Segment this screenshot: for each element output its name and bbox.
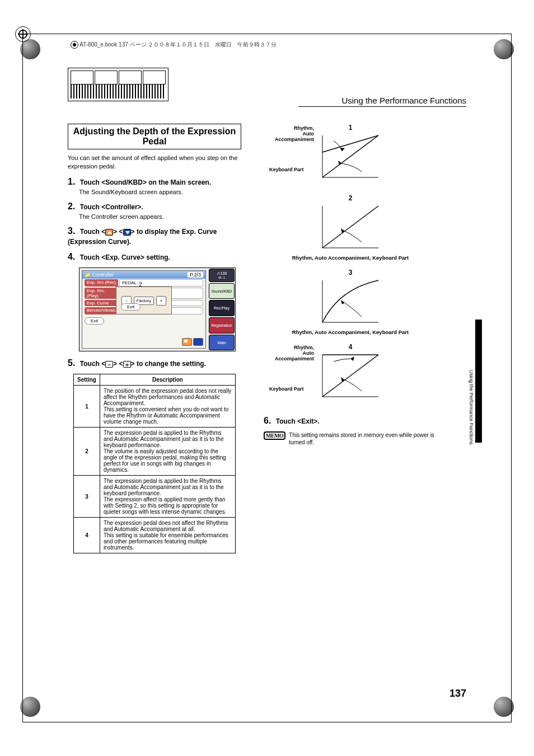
ss-popup-value: 2 [139,281,142,288]
svg-marker-9 [341,228,345,233]
page-frame: AT-800_e.book 137 ページ ２００８年１０月１５日 水曜日 午前… [22,34,512,722]
settings-table: SettingDescription 1The position of the … [73,374,236,553]
curve-1-top-label: Rhythm, Auto Accompaniment [264,126,314,143]
minus-icon: － [105,361,113,368]
ss-row-3[interactable]: Bender/Vibrato [85,307,118,314]
curve-2-caption: Rhythm, Auto Accompaniment, Keyboard Par… [264,255,437,261]
controller-screenshot: ♩=130M: 1 Sound/KBD Rec/Play Registratio… [79,267,236,351]
step-5-post: > to change the setting. [131,360,206,368]
step-6-num: 6. [264,416,271,426]
ss-row-1[interactable]: Exp. Src.(Play) [85,288,118,299]
ss-btn-main[interactable]: Main [209,335,235,351]
step-6: 6. Touch <Exit>. [264,416,437,426]
step-5-pre: Touch < [80,360,105,368]
curve-1-graph [317,133,384,183]
step-2: 2. Touch <Controller>. The Controller sc… [68,201,241,220]
step-5-num: 5. [68,358,75,368]
intro-text: You can set the amount of effect applied… [68,154,241,171]
step-1-title: Touch <Sound/KBD> on the Main screen. [80,179,211,186]
curve-4-graph [317,352,384,402]
ss-exit-outer[interactable]: Exit [85,317,104,325]
table-row: 2The expression pedal is applied to the … [74,428,236,476]
step-2-sub: The Controller screen appears. [79,213,241,220]
curve-2-num: 2 [264,194,437,202]
step-3-num: 3. [68,226,75,236]
curve-2-graph [317,203,384,253]
ss-btn-soundkbd[interactable]: Sound/KBD [209,283,235,299]
ss-popup-exit[interactable]: Exit [121,303,140,311]
step-3-pre: Touch < [80,228,105,236]
curve-1: 1 Rhythm, Auto Accompaniment Keyboard Pa… [264,124,437,183]
step-6-title: Touch <Exit>. [276,417,320,425]
step-5: 5. Touch <－> <＋> to change the setting. [68,358,241,368]
ss-down-icon[interactable] [193,338,203,346]
curve-1-bottom-label: Keyboard Part [269,167,314,173]
curve-2: 2 Rhythm, Auto Accompaniment, Keyboard P… [264,194,437,261]
ss-title: Controller [92,272,114,278]
plus-icon: ＋ [123,361,131,368]
step-2-title: Touch <Controller>. [80,203,143,211]
curve-4-bottom-label: Keyboard Part [269,387,314,392]
table-row: 4The expression pedal does not affect th… [74,518,236,553]
ss-tempo: ♩=130 [217,271,227,276]
table-row: 1The position of the expression pedal do… [74,386,236,428]
svg-marker-17 [350,356,354,361]
product-thumbnail [68,68,168,101]
svg-marker-16 [341,377,345,382]
memo-text: This setting remains stored in memory ev… [289,431,437,446]
step-4-num: 4. [68,252,75,262]
step-4-title: Touch <Exp. Curve> setting. [80,253,170,261]
ss-val-0: PEDAL [119,279,203,287]
curve-4-top-label: Rhythm, Auto Accompaniment [264,345,314,362]
ss-popup: 2 － Factory ＋ Exit [116,287,172,314]
step-1-sub: The Sound/Keyboard screen appears. [79,188,241,196]
down-arrow-icon [123,229,131,236]
svg-marker-12 [341,300,345,304]
ss-page: P.2/3 [188,272,203,278]
memo-icon: MEMO [264,431,285,440]
curve-4: 4 Rhythm, Auto Accompaniment Keyboard Pa… [264,343,437,402]
ss-btn-registration[interactable]: Registration [209,317,235,334]
section-heading: Adjusting the Depth of the Expression Pe… [68,124,241,149]
step-3-mid: > < [113,228,123,236]
step-5-mid: > < [113,360,123,368]
running-header: Using the Performance Functions [298,96,466,107]
step-1: 1. Touch <Sound/KBD> on the Main screen.… [68,177,241,196]
curve-3-graph [317,278,384,328]
ss-btn-recplay[interactable]: Rec/Play [209,300,235,316]
page-number: 137 [449,688,466,699]
step-3: 3. Touch <> <> to display the Exp. Curve… [68,226,241,246]
curve-3-caption: Rhythm, Auto Accompaniment, Keyboard Par… [264,329,437,335]
book-header-line: AT-800_e.book 137 ページ ２００８年１０月１５日 水曜日 午前… [71,41,277,49]
ss-row-0[interactable]: Exp. Src.(Rec) [85,279,118,287]
table-row: 3The expression pedal is applied to the … [74,476,236,518]
step-4: 4. Touch <Exp. Curve> setting. [68,252,241,262]
step-2-num: 2. [68,201,75,212]
ss-plus-button[interactable]: ＋ [156,296,166,306]
memo: MEMO This setting remains stored in memo… [264,431,437,446]
ss-tempo2: M: 1 [218,276,225,279]
curve-3-num: 3 [264,269,437,276]
table-h2: Description [100,374,235,386]
step-1-num: 1. [68,177,75,187]
curve-3: 3 Rhythm, Auto Accompaniment, Keyboard P… [264,269,437,335]
table-h1: Setting [74,374,100,386]
ss-row-2[interactable]: Exp. Curve [85,300,118,306]
reg-mark-tl [15,26,31,42]
up-arrow-icon [105,229,113,236]
